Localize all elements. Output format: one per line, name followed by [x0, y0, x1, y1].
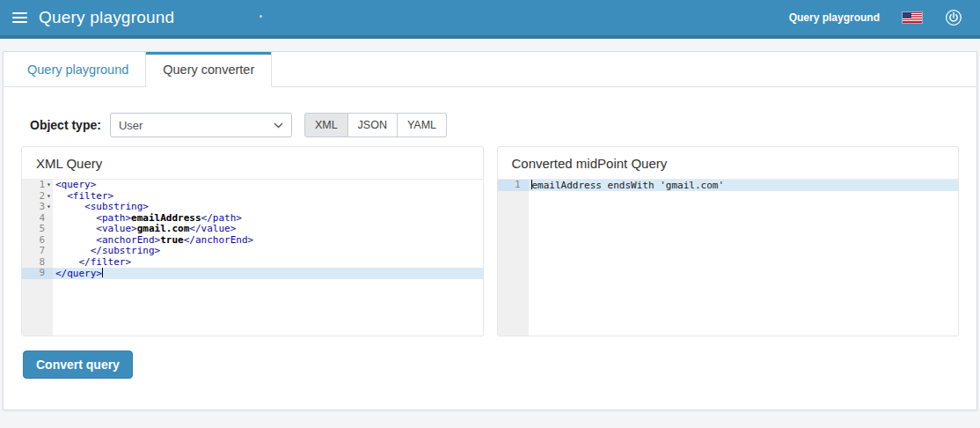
xml-query-panel-title: XML Query	[22, 147, 483, 180]
gutter-line-number: 9	[22, 268, 53, 279]
fold-toggle-icon[interactable]: ▾	[45, 191, 53, 203]
code-line[interactable]: <query>	[53, 180, 483, 191]
object-type-row: Object type: User XML JSON YAML	[21, 113, 959, 137]
text-cursor	[102, 268, 103, 277]
page-title: Query playground	[39, 8, 174, 27]
convert-query-button[interactable]: Convert query	[23, 351, 133, 379]
hamburger-menu-icon[interactable]	[0, 0, 39, 35]
editor-gutter: 1	[498, 180, 529, 336]
locale-flag-icon[interactable]	[903, 12, 922, 23]
editor-gutter: 1▾2▾3▾456789	[22, 180, 53, 336]
object-type-label: Object type:	[30, 118, 101, 132]
code-line[interactable]: emailAddress endsWith 'gmail.com'	[529, 180, 959, 191]
tab-query-converter[interactable]: Query converter	[145, 52, 272, 87]
top-navbar: Query playground Query playground	[0, 0, 980, 39]
breadcrumb-current-page: Query playground	[789, 11, 880, 24]
format-button-xml[interactable]: XML	[304, 113, 348, 137]
tab-query-playground[interactable]: Query playground	[11, 52, 145, 86]
gutter-line-number: 6	[22, 235, 53, 247]
gutter-line-number: 4	[22, 213, 53, 225]
gutter-line-number: 1▾	[22, 180, 53, 191]
gutter-line-number: 8	[22, 257, 53, 269]
converted-query-panel-title: Converted midPoint Query	[498, 147, 959, 180]
fold-toggle-icon[interactable]: ▾	[45, 180, 53, 191]
gutter-line-number: 5	[22, 224, 53, 235]
xml-query-panel: XML Query 1▾2▾3▾456789<query> <filter> <…	[21, 146, 484, 336]
object-type-selected-value: User	[119, 119, 143, 132]
object-type-select[interactable]: User	[110, 113, 292, 137]
gutter-line-number: 3▾	[22, 202, 53, 213]
query-playground-card: Query playground Query converter Object …	[3, 51, 977, 410]
navbar-right-cluster: Query playground	[789, 9, 980, 26]
gutter-line-number: 7	[22, 246, 53, 257]
fold-toggle-icon[interactable]: ▾	[45, 202, 53, 213]
gutter-line-number: 2▾	[22, 191, 53, 203]
editor-code-area[interactable]: emailAddress endsWith 'gmail.com'	[529, 180, 959, 336]
code-line[interactable]: </query>	[53, 268, 483, 279]
tab-bar: Query playground Query converter	[4, 52, 976, 87]
gutter-line-number: 1	[498, 180, 529, 191]
format-button-group: XML JSON YAML	[304, 113, 447, 137]
chevron-down-icon	[274, 122, 283, 129]
breadcrumb-separator-dot	[260, 15, 262, 18]
converted-query-editor[interactable]: 1emailAddress endsWith 'gmail.com'	[498, 180, 959, 336]
converted-query-panel: Converted midPoint Query 1emailAddress e…	[497, 146, 960, 336]
format-button-json[interactable]: JSON	[348, 113, 398, 137]
xml-query-editor[interactable]: 1▾2▾3▾456789<query> <filter> <substring>…	[22, 180, 483, 336]
code-line[interactable]: </filter>	[53, 257, 483, 269]
format-button-yaml[interactable]: YAML	[398, 113, 447, 137]
tab-content: Object type: User XML JSON YAML XML Quer…	[4, 87, 976, 410]
logout-power-icon[interactable]	[945, 9, 962, 26]
editor-code-area[interactable]: <query> <filter> <substring> <path>email…	[53, 180, 483, 336]
editor-panels: XML Query 1▾2▾3▾456789<query> <filter> <…	[21, 146, 959, 336]
